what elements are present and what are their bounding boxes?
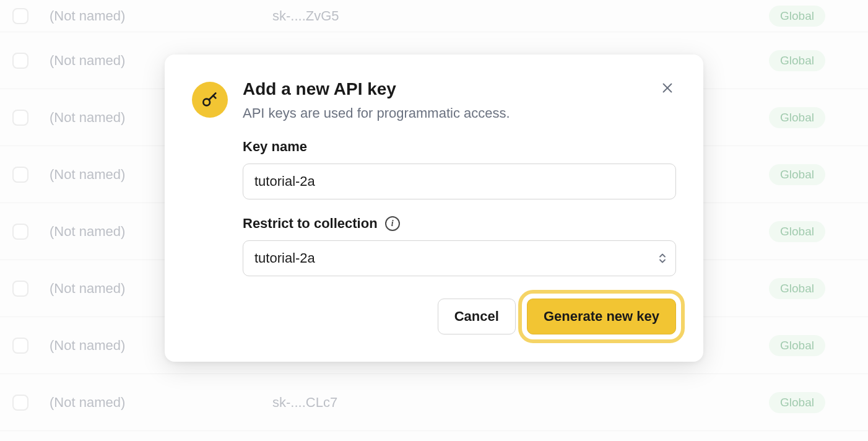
key-name-input[interactable] bbox=[243, 164, 676, 199]
modal-title: Add a new API key bbox=[243, 79, 676, 99]
key-name-label: Key name bbox=[243, 139, 676, 155]
cancel-button[interactable]: Cancel bbox=[438, 299, 516, 334]
svg-line-4 bbox=[213, 95, 215, 98]
add-api-key-modal: Add a new API key API keys are used for … bbox=[165, 55, 703, 362]
modal-overlay: Add a new API key API keys are used for … bbox=[0, 0, 868, 441]
generate-button-highlight: Generate new key bbox=[527, 299, 676, 334]
close-button[interactable] bbox=[659, 79, 676, 97]
modal-subtitle: API keys are used for programmatic acces… bbox=[243, 105, 676, 121]
collection-label: Restrict to collection bbox=[243, 216, 378, 232]
generate-new-key-button[interactable]: Generate new key bbox=[527, 299, 676, 334]
info-icon[interactable]: i bbox=[385, 216, 400, 231]
collection-select[interactable]: tutorial-2a bbox=[243, 240, 676, 276]
collection-selected-value: tutorial-2a bbox=[254, 250, 315, 266]
close-icon bbox=[661, 81, 674, 95]
key-icon bbox=[192, 82, 228, 118]
